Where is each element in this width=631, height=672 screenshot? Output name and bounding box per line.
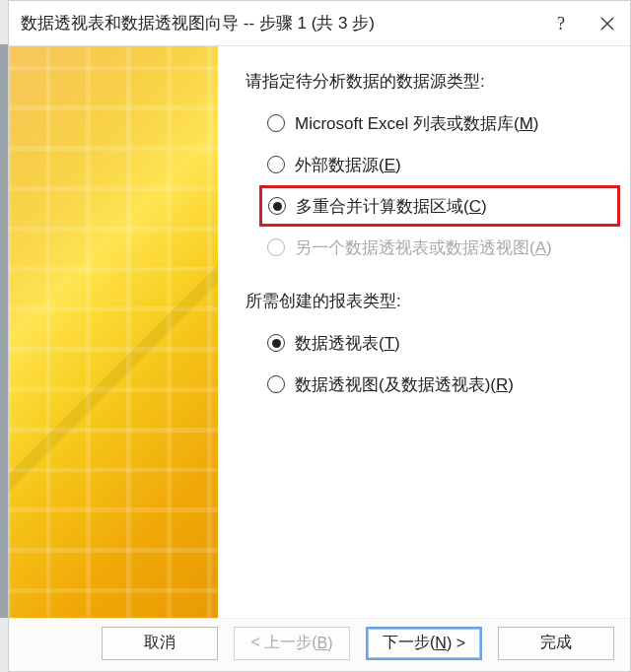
radio-icon (268, 197, 286, 215)
option-label: 多重合并计算数据区域(C) (296, 195, 487, 218)
help-button[interactable]: ? (539, 1, 585, 46)
next-button[interactable]: 下一步(N) > (366, 627, 482, 660)
report-type-option-1[interactable]: 数据透视图(及数据透视表)(R) (267, 364, 620, 405)
report-type-label: 所需创建的报表类型: (245, 290, 620, 312)
back-button: < 上一步(B) (234, 627, 350, 660)
option-label: 外部数据源(E) (295, 154, 401, 176)
data-source-option-1[interactable]: 外部数据源(E) (267, 144, 620, 185)
radio-icon (267, 238, 285, 256)
option-label: 数据透视表(T) (295, 332, 400, 355)
wizard-dialog: 数据透视表和数据透视图向导 -- 步骤 1 (共 3 步) ? 请指定待分析数据… (8, 0, 631, 672)
option-label: 数据透视图(及数据透视表)(R) (295, 373, 514, 396)
report-type-option-0[interactable]: 数据透视表(T) (267, 322, 620, 364)
radio-icon (267, 375, 285, 393)
option-label: Microsoft Excel 列表或数据库(M) (295, 112, 538, 135)
background-strip (0, 44, 8, 618)
svg-text:?: ? (557, 14, 565, 34)
radio-icon (267, 114, 285, 132)
dialog-footer: 取消 < 上一步(B) 下一步(N) > 完成 (9, 618, 630, 671)
data-source-option-3: 另一个数据透视表或数据透视图(A) (267, 227, 620, 268)
data-source-option-2[interactable]: 多重合并计算数据区域(C) (259, 185, 620, 227)
wizard-artwork (9, 46, 218, 618)
data-source-label: 请指定待分析数据的数据源类型: (245, 70, 620, 93)
dialog-title: 数据透视表和数据透视图向导 -- 步骤 1 (共 3 步) (21, 12, 539, 34)
wizard-form: 请指定待分析数据的数据源类型: Microsoft Excel 列表或数据库(M… (218, 46, 630, 618)
data-source-option-0[interactable]: Microsoft Excel 列表或数据库(M) (267, 102, 620, 144)
radio-icon (267, 334, 285, 352)
close-button[interactable] (585, 1, 630, 46)
title-bar: 数据透视表和数据透视图向导 -- 步骤 1 (共 3 步) ? (9, 1, 630, 46)
option-label: 另一个数据透视表或数据透视图(A) (295, 236, 552, 259)
radio-icon (267, 156, 285, 173)
cancel-button[interactable]: 取消 (102, 627, 218, 660)
finish-button[interactable]: 完成 (498, 627, 614, 660)
